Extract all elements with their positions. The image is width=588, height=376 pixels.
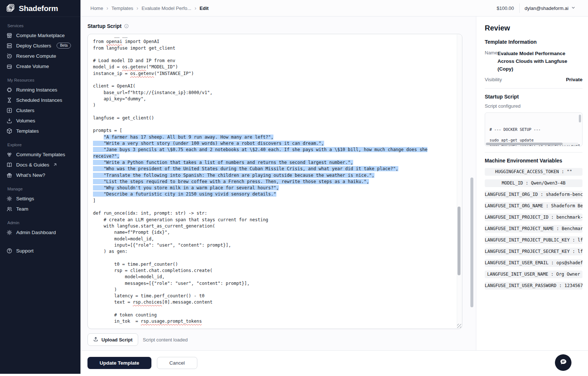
reserve-clock-icon	[6, 53, 12, 59]
storefront-icon	[6, 32, 12, 39]
env-var-langfuse-init-user-name: LANGFUSE_INIT_USER_NAME : Org Owner	[485, 271, 582, 278]
bottom-action-bar: Update Template Cancel	[80, 350, 588, 374]
sidebar-item-volumes[interactable]: Volumes	[0, 115, 80, 126]
section-label: Explore	[0, 141, 80, 149]
env-var-list: HUGGINGFACE_ACCESS_TOKEN : ""MODEL_ID : …	[485, 168, 582, 290]
code-text: __ __from openai import OpenAIfrom langf…	[88, 34, 457, 328]
editor-scrollbar[interactable]	[457, 35, 462, 328]
update-template-button[interactable]: Update Template	[87, 357, 151, 369]
sidebar-item-scheduled-instances[interactable]: Scheduled Instances	[0, 95, 80, 105]
divider	[485, 152, 582, 153]
editor-content: __ __from openai import OpenAIfrom langf…	[88, 34, 457, 329]
sidebar-item-community-templates[interactable]: Community Templates	[0, 149, 80, 160]
sidebar-item-settings[interactable]: Settings	[0, 193, 80, 204]
env-var-langfuse-init-project-id: LANGFUSE_INIT_PROJECT_ID : benchmark-run…	[485, 214, 582, 221]
startup-script-section: Startup Script __ __from openai import O…	[80, 17, 476, 350]
hourglass-icon	[6, 97, 12, 103]
sidebar-item-label: Admin Dashboard	[16, 230, 56, 235]
upload-button-label: Upload Script	[101, 337, 133, 343]
preview-hscroll-thumb[interactable]	[486, 143, 563, 145]
divider	[485, 88, 582, 89]
breadcrumb-separator: ›	[107, 5, 108, 11]
sidebar-item-reserve-compute[interactable]: Reserve Compute	[0, 51, 80, 61]
sidebar-section-manage: ManageSettingsTeam	[0, 185, 80, 214]
sidebar-item-team[interactable]: Team	[0, 204, 80, 214]
account-email: dylan@shadeform.ai	[525, 6, 569, 11]
info-icon[interactable]	[124, 24, 129, 29]
chat-bubble-icon	[559, 358, 568, 368]
cancel-button[interactable]: Cancel	[157, 357, 197, 369]
logo[interactable]: Shadeform	[0, 0, 80, 17]
breadcrumb-separator: ›	[194, 5, 196, 11]
upload-status-text: Script content loaded	[143, 337, 188, 343]
sidebar-item-label: Create Volume	[16, 64, 49, 69]
chip-icon	[6, 87, 12, 93]
account-balance: $100.00	[497, 6, 514, 11]
env-var-model-id: MODEL_ID : Qwen/Qwen3-4B	[485, 179, 582, 187]
env-var-langfuse-init-project-name: LANGFUSE_INIT_PROJECT_NAME : Benchmark R…	[485, 225, 582, 233]
breadcrumb-home[interactable]: Home	[90, 6, 103, 11]
content-area: Startup Script __ __from openai import O…	[80, 17, 588, 350]
cube-icon	[6, 128, 12, 134]
sidebar-item-deploy-clusters[interactable]: Deploy ClustersBeta	[0, 40, 80, 51]
script-preview[interactable]: # --- DOCKER SETUP --- sudo apt-get upda…	[485, 112, 582, 146]
shadeform-logo-icon	[6, 3, 15, 14]
download-tray-icon	[6, 118, 12, 124]
section-label: My Resources	[0, 76, 80, 85]
sidebar-item-what-s-new[interactable]: What's New?	[0, 170, 80, 180]
sidebar-item-clusters[interactable]: Clusters	[0, 105, 80, 115]
breadcrumb-evaluate-model-perfo[interactable]: Evaluate Model Perfo...	[141, 6, 191, 11]
breadcrumb-templates[interactable]: Templates	[111, 6, 133, 11]
sidebar-item-label: Templates	[16, 128, 39, 134]
sidebar-item-docs-guides[interactable]: Docs & Guides	[0, 160, 80, 170]
sidebar-item-label: Team	[16, 206, 28, 212]
section-label: Services	[0, 22, 80, 30]
sidebar-item-label: Clusters	[16, 108, 35, 113]
editor-scrollbar-thumb[interactable]	[458, 207, 460, 275]
upload-script-button[interactable]: Upload Script	[87, 333, 138, 346]
breadcrumb: Home›Templates›Evaluate Model Perfo...›E…	[90, 5, 209, 11]
sidebar-item-label: What's New?	[16, 172, 45, 178]
sidebar-nav: ServicesCompute MarketplaceDeploy Cluste…	[0, 17, 80, 256]
review-title: Review	[485, 24, 582, 32]
drive-icon	[6, 63, 12, 69]
sidebar-item-support[interactable]: Support	[0, 246, 80, 256]
cluster-icon	[6, 107, 12, 114]
sidebar-item-admin-dashboard[interactable]: Admin Dashboard	[0, 227, 80, 237]
startup-script-heading: Startup Script	[485, 94, 582, 100]
env-vars-heading: Machine Environment Variables	[485, 158, 582, 164]
env-var-langfuse-init-user-email: LANGFUSE_INIT_USER_EMAIL : ops@shadeform…	[485, 259, 582, 267]
sidebar-item-label: Compute Marketplace	[16, 33, 65, 38]
visibility-value: Private	[566, 77, 582, 82]
breadcrumb-separator: ›	[137, 5, 139, 11]
sidebar-item-create-volume[interactable]: Create Volume	[0, 61, 80, 71]
app-frame: Shadeform ServicesCompute MarketplaceDep…	[0, 0, 588, 374]
team-icon	[6, 206, 12, 212]
sidebar-item-compute-marketplace[interactable]: Compute Marketplace	[0, 30, 80, 40]
sidebar-section-my-resources: My ResourcesRunning InstancesScheduled I…	[0, 76, 80, 136]
topbar-divider	[519, 3, 520, 13]
external-link-icon	[53, 162, 57, 167]
support-area: Support	[0, 246, 80, 256]
account-menu[interactable]: dylan@shadeform.ai	[525, 5, 576, 11]
template-info-heading: Template Information	[485, 39, 582, 45]
script-status: Script configured	[485, 103, 582, 109]
env-var-langfuse-init-project-public-key: LANGFUSE_INIT_PROJECT_PUBLIC_KEY : lf_pk…	[485, 236, 582, 244]
preview-vscroll-thumb[interactable]	[579, 115, 581, 122]
sidebar-item-templates[interactable]: Templates	[0, 126, 80, 136]
sidebar-item-running-instances[interactable]: Running Instances	[0, 85, 80, 95]
support-chat-button[interactable]	[555, 354, 571, 371]
breadcrumb-edit: Edit	[200, 6, 209, 11]
beta-badge: Beta	[57, 43, 71, 49]
startup-script-editor[interactable]: __ __from openai import OpenAIfrom langf…	[87, 34, 462, 329]
clipped-line: __ __	[93, 34, 455, 39]
env-var-langfuse-init-org-id: LANGFUSE_INIT_ORG_ID : shadeform-benchma…	[485, 191, 582, 198]
section-label: Admin	[0, 219, 80, 227]
sidebar-item-label: Docs & Guides	[16, 162, 49, 168]
sidebar-item-label: Community Templates	[16, 152, 65, 157]
preview-hscroll-track[interactable]	[486, 143, 578, 145]
topbar: Home›Templates›Evaluate Model Perfo...›E…	[80, 0, 588, 17]
page-scrollbar-thumb[interactable]	[470, 178, 473, 307]
editor-resize-grip[interactable]	[457, 324, 461, 328]
server-stack-icon	[6, 43, 12, 49]
